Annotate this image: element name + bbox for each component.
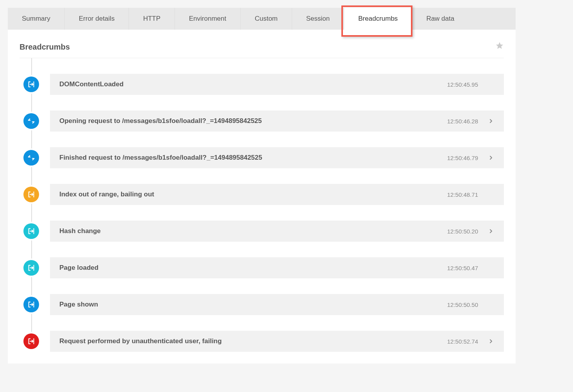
navigation-icon [23, 223, 39, 239]
breadcrumb-row[interactable]: Hash change12:50:50.20 [50, 221, 504, 242]
breadcrumb-row: Page shown12:50:50.50 [50, 294, 504, 315]
navigation-icon [23, 77, 39, 92]
navigation-icon [23, 333, 39, 349]
breadcrumb-item[interactable]: Finished request to /messages/b1sfoe/loa… [23, 147, 504, 168]
tabs-bar: Summary Error details HTTP Environment C… [8, 8, 516, 30]
tab-session[interactable]: Session [292, 8, 344, 30]
breadcrumb-time: 12:50:50.20 [447, 228, 478, 235]
request-icon [23, 113, 39, 129]
tab-error-details[interactable]: Error details [64, 8, 129, 30]
breadcrumb-item[interactable]: Request performed by unauthenticated use… [23, 331, 504, 352]
navigation-icon [23, 260, 39, 276]
breadcrumb-time: 12:50:45.95 [447, 81, 478, 88]
tab-environment[interactable]: Environment [175, 8, 240, 30]
breadcrumb-row[interactable]: Finished request to /messages/b1sfoe/loa… [50, 147, 504, 168]
breadcrumb-time: 12:50:50.50 [447, 301, 478, 308]
breadcrumb-time: 12:50:50.47 [447, 265, 478, 271]
breadcrumb-message: Index out of range, bailing out [59, 191, 447, 198]
chevron-right-icon[interactable] [487, 155, 494, 161]
breadcrumb-row[interactable]: Request performed by unauthenticated use… [50, 331, 504, 352]
breadcrumb-time: 12:50:46.28 [447, 118, 478, 125]
navigation-icon [23, 187, 39, 202]
error-inspector-panel: Summary Error details HTTP Environment C… [8, 8, 516, 363]
breadcrumb-row: Page loaded12:50:50.47 [50, 257, 504, 278]
panel-title: Breadcrumbs [20, 43, 70, 52]
chevron-right-icon[interactable] [487, 338, 494, 344]
breadcrumb-row[interactable]: Opening request to /messages/b1sfoe/load… [50, 110, 504, 132]
chevron-right-icon[interactable] [487, 228, 494, 234]
breadcrumb-time: 12:50:52.74 [447, 338, 478, 345]
chevron-right-icon[interactable] [487, 118, 494, 124]
tab-summary[interactable]: Summary [8, 8, 64, 30]
breadcrumb-message: Finished request to /messages/b1sfoe/loa… [59, 154, 447, 162]
navigation-icon [23, 297, 39, 312]
breadcrumb-item[interactable]: Opening request to /messages/b1sfoe/load… [23, 110, 504, 132]
panel-header: Breadcrumbs [20, 41, 504, 58]
star-icon[interactable] [495, 41, 504, 52]
tab-custom[interactable]: Custom [240, 8, 292, 30]
tab-http[interactable]: HTTP [129, 8, 174, 30]
breadcrumb-item: Index out of range, bailing out12:50:48.… [23, 184, 504, 205]
tab-breadcrumbs[interactable]: Breadcrumbs [344, 8, 412, 30]
breadcrumb-message: Hash change [59, 227, 447, 235]
tab-raw-data[interactable]: Raw data [412, 8, 468, 30]
breadcrumb-message: Request performed by unauthenticated use… [59, 337, 447, 345]
breadcrumb-message: DOMContentLoaded [59, 80, 447, 88]
breadcrumb-message: Page loaded [59, 264, 447, 272]
breadcrumb-row: DOMContentLoaded12:50:45.95 [50, 74, 504, 95]
breadcrumb-time: 12:50:48.71 [447, 191, 478, 198]
breadcrumb-item: Page shown12:50:50.50 [23, 294, 504, 315]
breadcrumb-row: Index out of range, bailing out12:50:48.… [50, 184, 504, 205]
breadcrumb-timeline: DOMContentLoaded12:50:45.95Opening reque… [23, 74, 504, 352]
breadcrumb-item: DOMContentLoaded12:50:45.95 [23, 74, 504, 95]
breadcrumb-item: Page loaded12:50:50.47 [23, 257, 504, 278]
breadcrumbs-panel: Breadcrumbs DOMContentLoaded12:50:45.95O… [8, 30, 516, 363]
request-icon [23, 150, 39, 166]
breadcrumb-item[interactable]: Hash change12:50:50.20 [23, 221, 504, 242]
breadcrumb-message: Page shown [59, 301, 447, 308]
breadcrumb-time: 12:50:46.79 [447, 155, 478, 161]
breadcrumb-message: Opening request to /messages/b1sfoe/load… [59, 117, 447, 125]
